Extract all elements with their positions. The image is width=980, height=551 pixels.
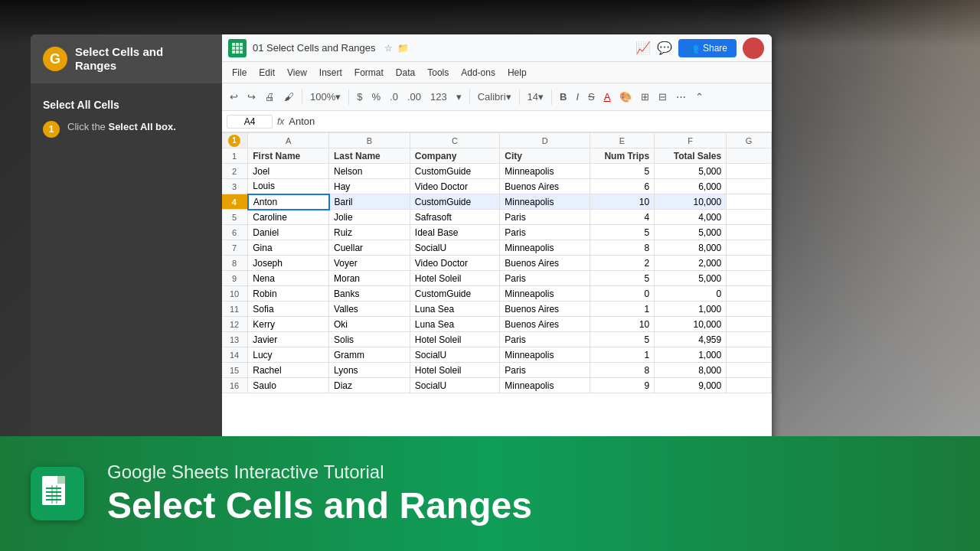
cell-D16[interactable]: Minneapolis: [500, 378, 590, 393]
cell-G7[interactable]: [727, 240, 772, 256]
row-header-15[interactable]: 15: [221, 363, 248, 378]
cell-C4[interactable]: CustomGuide: [410, 194, 500, 210]
cell-G11[interactable]: [727, 302, 772, 317]
cell-E16[interactable]: 9: [590, 378, 654, 393]
cell-B14[interactable]: Gramm: [329, 347, 410, 363]
row-header-1[interactable]: 1: [221, 148, 248, 164]
cell-E4[interactable]: 10: [590, 194, 654, 210]
cell-F3[interactable]: 6,000: [655, 179, 727, 194]
cell-E13[interactable]: 5: [590, 332, 654, 347]
cell-A15[interactable]: Rachel: [248, 363, 329, 378]
undo-button[interactable]: ↩: [227, 90, 241, 104]
cell-F6[interactable]: 5,000: [655, 225, 727, 240]
cell-B10[interactable]: Banks: [329, 286, 410, 302]
cell-B6[interactable]: Ruiz: [329, 225, 410, 240]
row-header-12[interactable]: 12: [221, 317, 248, 332]
cell-A9[interactable]: Nena: [248, 271, 329, 286]
cell-A10[interactable]: Robin: [248, 286, 329, 302]
font-size-select[interactable]: 14 ▾: [524, 90, 547, 104]
col-header-B[interactable]: B: [329, 133, 410, 148]
cell-A2[interactable]: Joel: [248, 164, 329, 179]
format-number-button[interactable]: 123: [427, 90, 450, 104]
row-header-2[interactable]: 2: [221, 164, 248, 179]
cell-B5[interactable]: Jolie: [329, 210, 410, 225]
cell-C13[interactable]: Hotel Soleil: [410, 332, 500, 347]
cell-A4[interactable]: Anton: [248, 194, 329, 210]
menu-format[interactable]: Format: [349, 66, 389, 80]
merge-cells-button[interactable]: ⊟: [655, 90, 670, 104]
menu-view[interactable]: View: [282, 66, 312, 80]
print-button[interactable]: 🖨: [262, 90, 278, 104]
menu-file[interactable]: File: [227, 66, 252, 80]
menu-help[interactable]: Help: [502, 66, 532, 80]
cell-F2[interactable]: 5,000: [655, 164, 727, 179]
header-cell-E1[interactable]: Num Trips: [590, 148, 654, 164]
cell-B15[interactable]: Lyons: [329, 363, 410, 378]
cell-C2[interactable]: CustomGuide: [410, 164, 500, 179]
decimal-dec-button[interactable]: .0: [387, 90, 401, 104]
row-header-11[interactable]: 11: [221, 302, 248, 317]
row-header-13[interactable]: 13: [221, 332, 248, 347]
cell-C8[interactable]: Video Doctor: [410, 256, 500, 271]
cell-E15[interactable]: 8: [590, 363, 654, 378]
cell-D2[interactable]: Minneapolis: [500, 164, 590, 179]
percent-button[interactable]: %: [368, 90, 384, 104]
header-cell-C1[interactable]: Company: [410, 148, 500, 164]
header-cell-B1[interactable]: Last Name: [329, 148, 410, 164]
comment-icon[interactable]: 💬: [657, 41, 672, 55]
chevron-down-icon[interactable]: ▾: [453, 90, 465, 104]
row-header-8[interactable]: 8: [221, 256, 248, 271]
cell-B16[interactable]: Diaz: [329, 378, 410, 393]
select-all-circle[interactable]: 1: [228, 135, 240, 147]
star-icon[interactable]: ☆: [384, 43, 393, 54]
cell-E5[interactable]: 4: [590, 210, 654, 225]
cell-F15[interactable]: 8,000: [655, 363, 727, 378]
cell-G5[interactable]: [727, 210, 772, 225]
cell-C9[interactable]: Hotel Soleil: [410, 271, 500, 286]
cell-D8[interactable]: Buenos Aires: [500, 256, 590, 271]
row-header-7[interactable]: 7: [221, 240, 248, 256]
cell-C16[interactable]: SocialU: [410, 378, 500, 393]
cell-F4[interactable]: 10,000: [655, 194, 727, 210]
cell-F13[interactable]: 4,959: [655, 332, 727, 347]
bold-button[interactable]: B: [557, 90, 570, 104]
cell-E9[interactable]: 5: [590, 271, 654, 286]
decimal-inc-button[interactable]: .00: [404, 90, 424, 104]
cell-G16[interactable]: [727, 378, 772, 393]
cell-F12[interactable]: 10,000: [655, 317, 727, 332]
cell-G12[interactable]: [727, 317, 772, 332]
more-toolbar[interactable]: ⋯: [673, 90, 689, 104]
cell-D10[interactable]: Minneapolis: [500, 286, 590, 302]
cell-F5[interactable]: 4,000: [655, 210, 727, 225]
cell-F9[interactable]: 5,000: [655, 271, 727, 286]
row-header-6[interactable]: 6: [221, 225, 248, 240]
cell-E14[interactable]: 1: [590, 347, 654, 363]
cell-C7[interactable]: SocialU: [410, 240, 500, 256]
cell-E6[interactable]: 5: [590, 225, 654, 240]
menu-edit[interactable]: Edit: [253, 66, 280, 80]
cell-B3[interactable]: Hay: [329, 179, 410, 194]
cell-C10[interactable]: CustomGuide: [410, 286, 500, 302]
col-header-C[interactable]: C: [410, 133, 500, 148]
row-header-9[interactable]: 9: [221, 271, 248, 286]
header-cell-A1[interactable]: First Name: [248, 148, 329, 164]
font-select[interactable]: Calibri ▾: [475, 90, 514, 104]
cell-F10[interactable]: 0: [655, 286, 727, 302]
cell-D4[interactable]: Minneapolis: [500, 194, 590, 210]
cell-E12[interactable]: 10: [590, 317, 654, 332]
col-header-E[interactable]: E: [590, 133, 654, 148]
menu-data[interactable]: Data: [390, 66, 420, 80]
collapse-toolbar[interactable]: ⌃: [692, 90, 707, 104]
cell-G6[interactable]: [727, 225, 772, 240]
cell-B13[interactable]: Solis: [329, 332, 410, 347]
col-header-A[interactable]: A: [248, 133, 329, 148]
cell-G14[interactable]: [727, 347, 772, 363]
zoom-select[interactable]: 100% ▾: [307, 90, 344, 104]
cell-G15[interactable]: [727, 363, 772, 378]
cell-G8[interactable]: [727, 256, 772, 271]
cell-D9[interactable]: Paris: [500, 271, 590, 286]
cell-A8[interactable]: Joseph: [248, 256, 329, 271]
cell-F14[interactable]: 1,000: [655, 347, 727, 363]
menu-addons[interactable]: Add-ons: [456, 66, 501, 80]
cell-C3[interactable]: Video Doctor: [410, 179, 500, 194]
